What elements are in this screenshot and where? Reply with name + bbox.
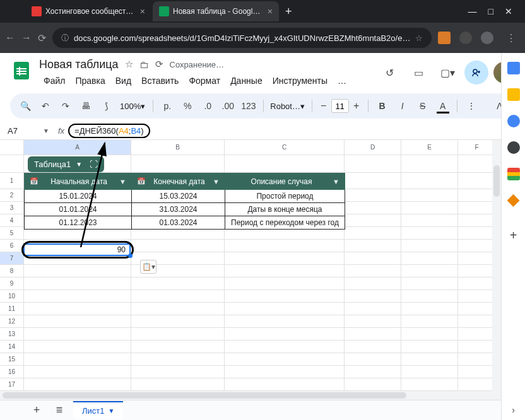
increase-size-button[interactable]: + [350, 99, 363, 113]
row-header-8[interactable]: 8 [0, 265, 24, 277]
minimize-icon[interactable]: ― [468, 6, 477, 16]
font-select[interactable]: Robot… ▾ [269, 97, 307, 115]
forward-button[interactable]: → [21, 32, 32, 44]
col-header-C[interactable]: C [225, 140, 345, 155]
horizontal-scrollbar[interactable] [0, 391, 501, 400]
row-header-2[interactable]: 2 [0, 189, 24, 202]
row-header-6[interactable]: 6 [0, 240, 24, 252]
row-header-1[interactable]: 1 [0, 173, 24, 189]
row-header-12[interactable]: 12 [0, 315, 24, 328]
font-size-input[interactable] [331, 99, 349, 113]
bookmark-icon[interactable]: ☆ [415, 33, 423, 43]
add-sheet-button[interactable]: + [28, 402, 45, 419]
row-header-7[interactable]: 7 [0, 252, 24, 265]
menu-more[interactable]: … [333, 73, 351, 88]
star-icon[interactable]: ☆ [125, 59, 133, 70]
browser-tab-1[interactable]: Новая таблица - Google Табли × [153, 1, 279, 21]
browser-tab-0[interactable]: Хостинговое сообщество «Tin × [25, 1, 151, 21]
menu-tools[interactable]: Инструменты [268, 73, 332, 88]
col-header-B[interactable]: B [131, 140, 225, 155]
print-button[interactable]: 🖶 [77, 97, 95, 115]
row-header-15[interactable]: 15 [0, 353, 24, 366]
text-color-button[interactable]: A [434, 97, 452, 115]
sheets-logo-icon[interactable] [10, 59, 33, 82]
col-header-A[interactable]: A [24, 140, 131, 155]
col-header-E[interactable]: E [401, 140, 458, 155]
number-format-button[interactable]: 123 [239, 97, 257, 115]
row-header-13[interactable]: 13 [0, 328, 24, 341]
maximize-icon[interactable]: □ [488, 6, 493, 16]
name-box-arrow-icon[interactable]: ▼ [38, 127, 54, 134]
ext-icon-2[interactable] [459, 32, 472, 44]
menu-view[interactable]: Вид [111, 73, 136, 88]
tasks-addon-icon[interactable] [507, 115, 520, 127]
close-window-icon[interactable]: ✕ [505, 6, 512, 16]
active-cell-A7[interactable]: 90 [23, 243, 131, 256]
menu-data[interactable]: Данные [226, 73, 267, 88]
fill-handle[interactable] [128, 254, 133, 258]
calendar-addon-icon[interactable] [507, 62, 520, 74]
doc-title[interactable]: Новая таблица [39, 58, 119, 71]
chevron-down-icon[interactable]: ▼ [108, 407, 114, 414]
redo-button[interactable]: ↷ [57, 97, 74, 115]
row-header-3[interactable]: 3 [0, 202, 24, 214]
close-icon[interactable]: × [140, 6, 145, 16]
formula-input[interactable]: =ДНЕЙ360(A4;B4) [68, 124, 525, 138]
chevron-down-icon[interactable]: ▼ [213, 178, 220, 185]
reload-button[interactable]: ⟳ [38, 32, 46, 44]
percent-button[interactable]: % [179, 97, 196, 115]
menu-format[interactable]: Формат [184, 73, 225, 88]
row-header-16[interactable]: 16 [0, 366, 24, 378]
name-box[interactable]: A7 [4, 126, 38, 136]
decrease-size-button[interactable]: − [317, 99, 330, 113]
hide-side-panel-button[interactable]: › [512, 405, 515, 415]
maps-addon-icon[interactable] [507, 168, 520, 180]
bold-button[interactable]: B [374, 97, 391, 115]
ext-icon-3[interactable] [481, 32, 493, 44]
cloud-icon[interactable]: ⟳ [155, 59, 163, 70]
url-input[interactable]: ⓘ docs.google.com/spreadsheets/d/1GmD4Iz… [52, 28, 432, 48]
table-header-0[interactable]: 📅Начальная дата▼ [25, 173, 132, 190]
table-header-2[interactable]: Описание случая▼ [225, 173, 345, 190]
chevron-down-icon[interactable]: ▼ [333, 178, 339, 185]
italic-button[interactable]: I [394, 97, 411, 115]
new-tab-button[interactable]: + [280, 5, 297, 18]
col-header-F[interactable]: F [458, 140, 496, 155]
menu-insert[interactable]: Вставить [137, 73, 183, 88]
select-all-corner[interactable] [0, 140, 24, 155]
row-header-10[interactable]: 10 [0, 290, 24, 303]
table-chip[interactable]: Таблица1 ▼ ⛶ [28, 156, 104, 172]
vertical-scrollbar[interactable] [492, 140, 501, 411]
site-info-icon[interactable]: ⓘ [61, 33, 69, 44]
addon-icon[interactable] [507, 194, 520, 207]
search-menus-icon[interactable]: 🔍 [16, 97, 34, 115]
get-addons-button[interactable]: + [510, 228, 517, 243]
row-header-5[interactable]: 5 [0, 227, 24, 240]
menu-button[interactable]: ⋮ [502, 32, 520, 44]
table-header-1[interactable]: 📅Конечная дата▼ [132, 173, 225, 190]
strikethrough-button[interactable]: S [414, 97, 432, 115]
paste-options-button[interactable]: 📋▾ [140, 260, 156, 274]
ext-icon-1[interactable] [438, 32, 451, 44]
move-icon[interactable]: 🗀 [139, 59, 149, 70]
decrease-decimal-button[interactable]: .0 [199, 97, 216, 115]
back-button[interactable]: ← [5, 32, 15, 44]
history-button[interactable]: ↺ [377, 61, 401, 85]
col-header-D[interactable]: D [345, 140, 401, 155]
contacts-addon-icon[interactable] [507, 141, 520, 154]
share-button[interactable] [464, 61, 488, 85]
close-icon[interactable]: × [268, 6, 273, 16]
row-header-4[interactable]: 4 [0, 214, 24, 227]
row-header-17[interactable]: 17 [0, 378, 24, 391]
comments-button[interactable]: ▭ [406, 61, 430, 85]
undo-button[interactable]: ↶ [37, 97, 54, 115]
row-header-14[interactable]: 14 [0, 341, 24, 353]
zoom-select[interactable]: 100% ▾ [117, 97, 148, 115]
row-header-11[interactable]: 11 [0, 303, 24, 315]
table-expand-icon[interactable]: ⛶ [90, 160, 98, 169]
keep-addon-icon[interactable] [507, 88, 520, 101]
paint-format-button[interactable]: ⟆ [97, 97, 115, 115]
all-sheets-button[interactable]: ≡ [50, 402, 68, 419]
meet-button[interactable]: ▢▾ [435, 61, 459, 85]
row-header-9[interactable]: 9 [0, 277, 24, 290]
